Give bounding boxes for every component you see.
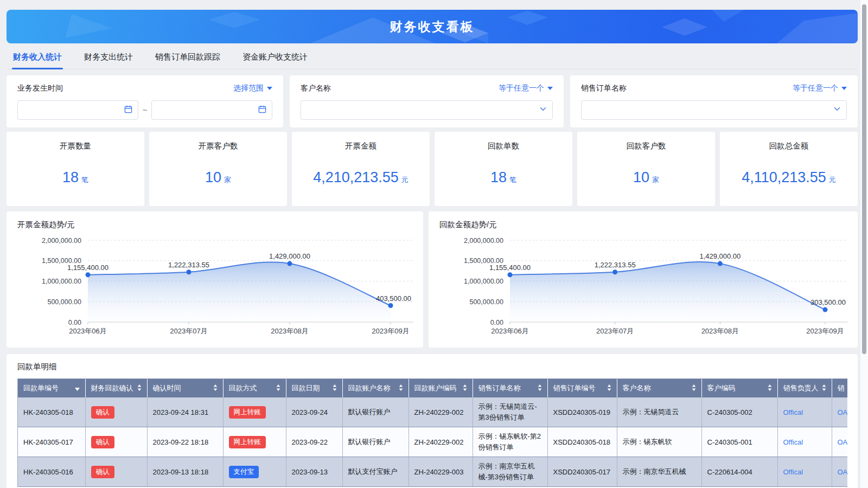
tab-item-0[interactable]: 财务收入统计 <box>12 51 63 69</box>
stat-unit: 家 <box>224 176 231 184</box>
stat-value: 4,110,213.55元 <box>720 169 858 186</box>
scrollbar-thumb[interactable] <box>862 4 866 354</box>
filter-label: 销售订单名称 <box>581 84 627 93</box>
customer_code-cell: C-240305-002 <box>701 397 777 427</box>
column-header-customer_name[interactable]: 客户名称 <box>617 379 701 397</box>
account_code-cell: ZH-240229-002 <box>409 397 473 427</box>
tab-item-1[interactable]: 财务支出统计 <box>83 51 134 69</box>
caret-down-icon <box>267 87 272 90</box>
id-cell: HK-240305-016 <box>18 457 85 487</box>
column-header-account_name[interactable]: 回款账户名称 <box>342 379 409 397</box>
status-badge: 确认 <box>91 466 114 478</box>
confirm-cell: 确认 <box>85 427 147 457</box>
payment-trend-chart: 2,000,000.001,500,000.001,000,000.00500,… <box>429 230 858 342</box>
sort-icon[interactable] <box>213 384 218 393</box>
date-end-input[interactable] <box>151 100 272 120</box>
column-header-date[interactable]: 回款日期 <box>286 379 342 397</box>
column-header-confirm_time[interactable]: 确认时间 <box>147 379 223 397</box>
status-badge: 支付宝 <box>229 466 259 478</box>
column-header-account_code[interactable]: 回款账户编码 <box>409 379 473 397</box>
confirm_time-cell: 2023-09-22 18:18 <box>147 427 223 457</box>
caret-down-icon <box>547 87 553 90</box>
tab-item-3[interactable]: 资金账户收支统计 <box>241 51 309 69</box>
scrollbar-track[interactable] <box>860 0 868 488</box>
stat-value: 10家 <box>149 169 287 186</box>
sort-icon[interactable] <box>276 384 280 393</box>
filter-operator-dropdown[interactable]: 选择范围 <box>233 84 272 93</box>
method-cell: 支付宝 <box>223 457 286 487</box>
filter-dropdown-icon[interactable] <box>75 384 80 393</box>
cell-link[interactable]: Offical <box>783 438 803 446</box>
column-label: 客户编码 <box>707 383 736 393</box>
svg-text:2,000,000.00: 2,000,000.00 <box>42 237 81 245</box>
column-header-id[interactable]: 回款单编号 <box>18 379 85 397</box>
filter-label: 业务发生时间 <box>17 84 63 93</box>
column-header-order_name[interactable]: 销售订单名称 <box>473 379 547 397</box>
id-cell: HK-240305-018 <box>18 397 85 427</box>
last-cell: OA <box>832 457 847 487</box>
customer_name-cell: 示例：锡东帆软 <box>617 427 701 457</box>
stat-label: 开票金额 <box>292 141 430 151</box>
svg-text:1,222,313.55: 1,222,313.55 <box>168 261 209 269</box>
sort-icon[interactable] <box>333 384 337 393</box>
sort-icon[interactable] <box>137 384 142 393</box>
tab-item-2[interactable]: 销售订单回款跟踪 <box>154 51 221 69</box>
column-label: 回款账户编码 <box>414 383 457 393</box>
stat-card-2: 开票金额4,210,213.55元 <box>292 132 430 206</box>
stat-value: 18笔 <box>7 169 144 186</box>
cell-link[interactable]: Offical <box>783 408 803 416</box>
status-badge: 网上转账 <box>229 436 266 448</box>
sort-icon[interactable] <box>399 384 403 393</box>
column-header-confirm[interactable]: 财务回款确认 <box>85 379 147 397</box>
stat-value: 18笔 <box>435 169 572 186</box>
status-badge: 确认 <box>91 436 114 448</box>
account_name-cell: 默认银行账户 <box>342 427 409 457</box>
column-header-method[interactable]: 回款方式 <box>223 379 286 397</box>
id-cell: HK-240305-017 <box>18 427 85 457</box>
payment-detail-card: 回款单明细 回款单编号财务回款确认确认时间回款方式回款日期回款账户名称回款账户编… <box>7 354 858 488</box>
cell-link[interactable]: Offical <box>783 468 803 476</box>
sort-icon[interactable] <box>692 384 696 393</box>
filter-select-1[interactable] <box>301 100 553 120</box>
column-header-last[interactable]: 销 <box>832 379 847 397</box>
sort-icon[interactable] <box>768 384 772 393</box>
stat-label: 回款总金额 <box>720 141 858 151</box>
table-row: HK-240305-017确认2023-09-22 18:18网上转账2023-… <box>18 427 847 457</box>
sort-icon[interactable] <box>463 384 467 393</box>
svg-text:403,500.00: 403,500.00 <box>376 294 411 303</box>
filter-select-2[interactable] <box>581 100 847 120</box>
sort-icon[interactable] <box>822 384 826 393</box>
column-label: 确认时间 <box>153 383 181 393</box>
svg-text:1,000,000.00: 1,000,000.00 <box>464 278 503 285</box>
order_name-cell: 示例：锡东帆软-第2份销售订单 <box>473 427 547 457</box>
stat-unit: 元 <box>829 176 836 184</box>
table-wrapper: 回款单编号财务回款确认确认时间回款方式回款日期回款账户名称回款账户编码销售订单名… <box>17 378 847 487</box>
sort-icon[interactable] <box>538 384 542 393</box>
cell-link[interactable]: OA <box>838 438 848 446</box>
svg-text:1,429,000.00: 1,429,000.00 <box>269 252 310 260</box>
column-header-sales_owner[interactable]: 销售负责人 <box>777 379 832 397</box>
chevron-down-icon <box>539 105 547 115</box>
confirm-cell: 确认 <box>85 397 147 427</box>
stat-unit: 笔 <box>509 176 516 184</box>
svg-text:500,000.00: 500,000.00 <box>469 298 503 306</box>
charts-row: 开票金额趋势/元 2,000,000.001,500,000.001,000,0… <box>7 211 858 348</box>
column-label: 销售负责人 <box>783 383 819 393</box>
column-header-customer_code[interactable]: 客户编码 <box>701 379 777 397</box>
date-cell: 2023-09-22 <box>286 427 342 457</box>
cell-link[interactable]: OA <box>838 408 848 416</box>
account_name-cell: 默认支付宝账户 <box>342 457 409 487</box>
filter-operator-dropdown[interactable]: 等于任意一个 <box>499 84 553 93</box>
last-cell: OA <box>832 427 847 457</box>
sort-icon[interactable] <box>607 384 611 393</box>
cell-link[interactable]: OA <box>838 468 848 476</box>
date-start-input[interactable] <box>17 100 138 120</box>
sales_owner-cell: Offical <box>777 457 832 487</box>
table-title: 回款单明细 <box>17 362 847 372</box>
svg-text:2,000,000.00: 2,000,000.00 <box>464 237 503 245</box>
svg-text:500,000.00: 500,000.00 <box>47 298 81 306</box>
filter-operator-dropdown[interactable]: 等于任意一个 <box>793 84 847 93</box>
svg-text:0.00: 0.00 <box>68 319 81 326</box>
svg-text:2023年06月: 2023年06月 <box>69 327 106 335</box>
column-header-order_code[interactable]: 销售订单编号 <box>547 379 617 397</box>
